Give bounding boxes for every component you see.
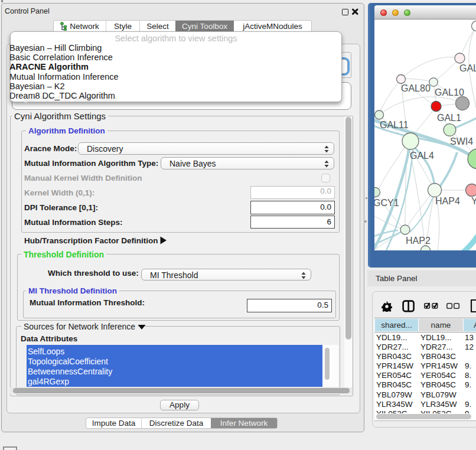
svg-text:HAP4: HAP4 xyxy=(435,196,460,206)
svg-text:GAL11: GAL11 xyxy=(380,120,409,130)
svg-text:GAL7: GAL7 xyxy=(459,63,476,73)
svg-text:Y: Y xyxy=(471,196,476,206)
svg-text:GAL80: GAL80 xyxy=(401,83,431,93)
svg-text:HAP2: HAP2 xyxy=(406,236,431,246)
svg-text:GAL4: GAL4 xyxy=(410,151,434,161)
svg-text:SWI4: SWI4 xyxy=(450,136,473,146)
svg-text:GCY1: GCY1 xyxy=(374,198,399,208)
svg-text:GAL1: GAL1 xyxy=(437,113,461,123)
svg-text:GAL10: GAL10 xyxy=(435,87,464,97)
